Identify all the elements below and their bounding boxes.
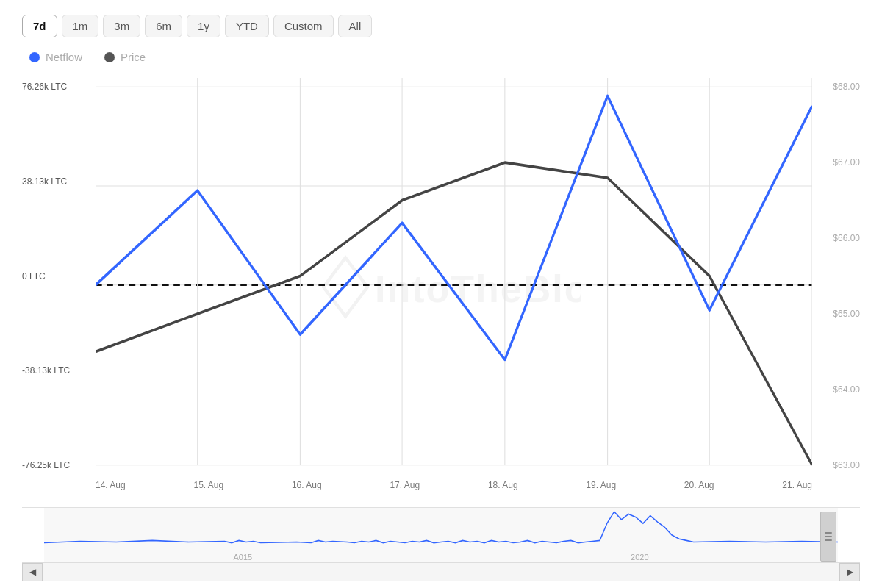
legend-netflow-label: Netflow bbox=[46, 51, 82, 63]
x-axis: 14. Aug15. Aug16. Aug17. Aug18. Aug19. A… bbox=[96, 474, 812, 503]
y-right-label-2: $66.00 bbox=[816, 233, 860, 243]
x-label-3: 17. Aug bbox=[390, 480, 420, 490]
handle-line-1 bbox=[825, 532, 832, 534]
mini-chart-labels: A0152020 bbox=[44, 553, 838, 562]
handle-line-3 bbox=[825, 539, 832, 541]
y-left-label-1: 38.13k LTC bbox=[22, 176, 96, 187]
y-axis-left: 76.26k LTC38.13k LTC0 LTC-38.13k LTC-76.… bbox=[22, 78, 96, 474]
time-btn-1y[interactable]: 1y bbox=[187, 15, 220, 37]
chart-area: 76.26k LTC38.13k LTC0 LTC-38.13k LTC-76.… bbox=[22, 78, 860, 581]
mini-chart-section: A0152020 ◀ ▶ bbox=[22, 507, 860, 581]
chart-svg-container bbox=[96, 78, 812, 474]
y-right-label-4: $64.00 bbox=[816, 384, 860, 395]
main-svg bbox=[96, 78, 812, 474]
nav-scrollbar[interactable] bbox=[43, 563, 839, 581]
x-label-4: 18. Aug bbox=[488, 480, 518, 490]
time-btn-1m[interactable]: 1m bbox=[62, 15, 99, 37]
x-label-5: 19. Aug bbox=[586, 480, 616, 490]
nav-left-button[interactable]: ◀ bbox=[22, 563, 43, 581]
y-left-label-0: 76.26k LTC bbox=[22, 82, 96, 92]
nav-right-button[interactable]: ▶ bbox=[839, 563, 860, 581]
time-btn-custom[interactable]: Custom bbox=[273, 15, 334, 37]
main-chart: 76.26k LTC38.13k LTC0 LTC-38.13k LTC-76.… bbox=[22, 78, 860, 503]
legend-price: Price bbox=[104, 51, 146, 63]
y-right-label-3: $65.00 bbox=[816, 309, 860, 319]
price-dot bbox=[104, 52, 115, 62]
time-btn-6m[interactable]: 6m bbox=[145, 15, 182, 37]
time-btn-all[interactable]: All bbox=[338, 15, 373, 37]
time-btn-7d[interactable]: 7d bbox=[22, 15, 57, 37]
y-left-label-3: -38.13k LTC bbox=[22, 365, 96, 376]
handle-line-2 bbox=[825, 536, 832, 537]
legend-price-label: Price bbox=[121, 51, 146, 63]
scroll-handle-lines bbox=[825, 532, 832, 541]
price-line bbox=[96, 162, 812, 465]
time-btn-ytd[interactable]: YTD bbox=[225, 15, 269, 37]
time-btn-3m[interactable]: 3m bbox=[103, 15, 140, 37]
legend-netflow: Netflow bbox=[29, 51, 82, 63]
y-left-label-2: 0 LTC bbox=[22, 271, 96, 282]
x-label-0: 14. Aug bbox=[96, 480, 126, 490]
mini-nav-bar: ◀ ▶ bbox=[22, 562, 860, 581]
netflow-dot bbox=[29, 52, 40, 62]
x-label-1: 15. Aug bbox=[193, 480, 223, 490]
main-container: 7d1m3m6m1yYTDCustomAll Netflow Price 76.… bbox=[0, 0, 882, 588]
x-label-7: 21. Aug bbox=[782, 480, 812, 490]
netflow-line bbox=[96, 96, 812, 360]
mini-label-1: 2020 bbox=[631, 553, 648, 562]
y-right-label-1: $67.00 bbox=[816, 157, 860, 168]
chart-legend: Netflow Price bbox=[29, 51, 860, 63]
x-label-2: 16. Aug bbox=[292, 480, 322, 490]
x-label-6: 20. Aug bbox=[684, 480, 714, 490]
time-period-selector: 7d1m3m6m1yYTDCustomAll bbox=[22, 15, 860, 37]
y-axis-right: $68.00$67.00$66.00$65.00$64.00$63.00 bbox=[816, 78, 860, 474]
y-right-label-5: $63.00 bbox=[816, 460, 860, 470]
mini-label-0: A015 bbox=[233, 553, 252, 562]
y-left-label-4: -76.25k LTC bbox=[22, 460, 96, 470]
y-right-label-0: $68.00 bbox=[816, 82, 860, 92]
